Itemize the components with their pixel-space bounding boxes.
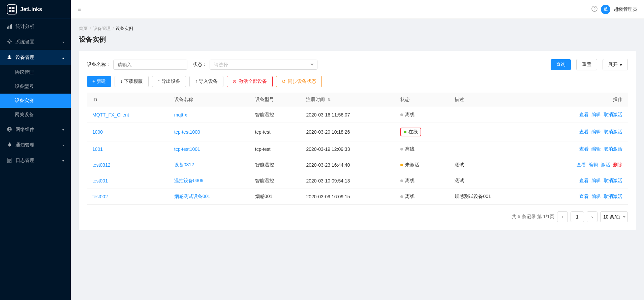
- action-查看-5[interactable]: 查看: [579, 194, 589, 200]
- notification-chevron: ▾: [62, 143, 64, 147]
- link-name-5[interactable]: 烟感测试设备001: [174, 194, 210, 199]
- activate-all-button[interactable]: ⊙ 激活全部设备: [227, 76, 273, 87]
- link-id-2[interactable]: 1001: [92, 146, 103, 152]
- pagination-page-input[interactable]: [571, 211, 584, 222]
- cell-time-5: 2020-03-09 16:09:15: [301, 189, 395, 205]
- cell-id-4: test001: [87, 173, 169, 189]
- sync-status-button[interactable]: ↺ 同步设备状态: [276, 76, 322, 87]
- status-dot-1: [404, 131, 406, 133]
- action-编辑-2[interactable]: 编辑: [591, 146, 601, 152]
- link-id-0[interactable]: MQTT_FX_Client: [92, 112, 129, 118]
- action-取消激活-5[interactable]: 取消激活: [604, 194, 622, 200]
- action-查看-4[interactable]: 查看: [579, 178, 589, 184]
- sidebar: JetLinks 统计分析 系统设置 ▾ 设备管理 ▴ 协议管理: [0, 0, 71, 300]
- device-name-input[interactable]: [113, 60, 187, 70]
- cell-id-5: test002: [87, 189, 169, 205]
- pagination-next[interactable]: ›: [587, 211, 597, 222]
- action-编辑-5[interactable]: 编辑: [591, 194, 601, 200]
- action-编辑-3[interactable]: 编辑: [589, 162, 598, 168]
- sidebar-item-statistics[interactable]: 统计分析: [0, 19, 71, 34]
- sidebar-subitem-device-type[interactable]: 设备型号: [0, 79, 71, 94]
- new-button[interactable]: + 新建: [87, 76, 111, 87]
- breadcrumb: 首页 / 设备管理 / 设备实例: [79, 26, 636, 32]
- action-取消激活-4[interactable]: 取消激活: [604, 178, 622, 184]
- per-page-select[interactable]: 10 条/页 20 条/页 50 条/页: [600, 211, 628, 222]
- action-取消激活-1[interactable]: 取消激活: [604, 129, 622, 135]
- col-name: 设备名称: [169, 93, 250, 107]
- action-取消激活-2[interactable]: 取消激活: [604, 146, 622, 152]
- notification-icon: [7, 142, 12, 148]
- breadcrumb-sep-2: /: [113, 26, 114, 31]
- col-status: 状态: [395, 93, 450, 107]
- svg-rect-1: [12, 7, 14, 9]
- link-id-1[interactable]: 1000: [92, 129, 103, 135]
- sidebar-item-device-management[interactable]: 设备管理 ▴: [0, 50, 71, 65]
- sidebar-subitem-device-instance[interactable]: 设备实例: [0, 94, 71, 108]
- action-links-2: 查看编辑取消激活: [536, 146, 622, 152]
- table-row: test0312设备0312智能温控2020-03-23 16:44:40未激活…: [87, 157, 628, 173]
- svg-rect-2: [9, 10, 11, 12]
- cell-type-0: 智能温控: [250, 107, 301, 123]
- expand-button[interactable]: 展开 ▾: [603, 59, 628, 70]
- log-icon: [7, 158, 12, 164]
- pagination: 共 6 条记录 第 1/1页 ‹ › 10 条/页 20 条/页 50 条/页: [87, 211, 628, 222]
- cell-name-2: tcp-test1001: [169, 141, 250, 157]
- reset-button[interactable]: 重置: [576, 59, 597, 70]
- action-查看-1[interactable]: 查看: [579, 129, 589, 135]
- link-name-4[interactable]: 温控设备0309: [174, 178, 204, 183]
- sort-icon: ⇅: [328, 98, 331, 102]
- col-actions: 操作: [530, 93, 628, 107]
- sidebar-item-notification[interactable]: 通知管理 ▾: [0, 137, 71, 153]
- action-查看-3[interactable]: 查看: [577, 162, 586, 168]
- action-激活-3[interactable]: 激活: [601, 162, 610, 168]
- breadcrumb-home[interactable]: 首页: [79, 26, 88, 32]
- link-id-4[interactable]: test001: [92, 178, 108, 184]
- cell-id-0: MQTT_FX_Client: [87, 107, 169, 123]
- sidebar-subitem-gateway[interactable]: 网关设备: [0, 108, 71, 122]
- sidebar-item-notification-label: 通知管理: [16, 142, 34, 148]
- action-查看-0[interactable]: 查看: [579, 112, 589, 118]
- status-select[interactable]: 请选择 在线 离线 未激活: [210, 60, 317, 70]
- action-编辑-0[interactable]: 编辑: [591, 112, 601, 118]
- sync-status-icon: ↺: [282, 79, 286, 84]
- action-取消激活-0[interactable]: 取消激活: [604, 112, 622, 118]
- sidebar-item-network[interactable]: 网络组件 ▾: [0, 122, 71, 137]
- sidebar-item-log[interactable]: 日志管理 ▾: [0, 153, 71, 168]
- activate-all-icon: ⊙: [233, 79, 237, 84]
- link-id-3[interactable]: test0312: [92, 162, 111, 168]
- network-icon: [7, 127, 12, 133]
- download-template-button[interactable]: ↓ 下载模版: [115, 76, 149, 87]
- col-id: ID: [87, 93, 169, 107]
- action-编辑-1[interactable]: 编辑: [591, 129, 601, 135]
- link-name-2[interactable]: tcp-test1001: [174, 146, 200, 152]
- help-icon[interactable]: ?: [591, 6, 597, 13]
- cell-actions-4: 查看编辑取消激活: [530, 173, 628, 189]
- sidebar-item-system-settings[interactable]: 系统设置 ▾: [0, 34, 71, 50]
- export-device-button[interactable]: ↑ 导出设备: [152, 76, 186, 87]
- device-management-icon: [7, 55, 12, 61]
- breadcrumb-parent[interactable]: 设备管理: [93, 26, 111, 32]
- menu-toggle-icon[interactable]: ≡: [78, 6, 81, 13]
- sidebar-item-log-label: 日志管理: [16, 158, 34, 164]
- link-name-1[interactable]: tcp-test1000: [174, 129, 200, 135]
- log-chevron: ▾: [62, 159, 64, 163]
- pagination-prev[interactable]: ‹: [557, 211, 568, 222]
- cell-status-4: 离线: [395, 173, 450, 189]
- link-name-0[interactable]: mqttfx: [174, 112, 187, 118]
- action-编辑-4[interactable]: 编辑: [591, 178, 601, 184]
- sidebar-subitem-protocol[interactable]: 协议管理: [0, 65, 71, 79]
- network-chevron: ▾: [62, 128, 64, 132]
- cell-status-2: 离线: [395, 141, 450, 157]
- action-查看-2[interactable]: 查看: [579, 146, 589, 152]
- cell-actions-5: 查看编辑取消激活: [530, 189, 628, 205]
- query-button[interactable]: 查询: [551, 59, 571, 70]
- link-name-3[interactable]: 设备0312: [174, 162, 194, 167]
- status-dot-4: [400, 179, 403, 182]
- cell-time-3: 2020-03-23 16:44:40: [301, 157, 395, 173]
- col-reg-time[interactable]: 注册时间 ⇅: [301, 93, 395, 107]
- cell-desc-1: [449, 123, 530, 141]
- table-header: ID 设备名称 设备型号 注册时间 ⇅ 状态 描述 操作: [87, 93, 628, 107]
- import-device-button[interactable]: ↑ 导入设备: [189, 76, 223, 87]
- link-id-5[interactable]: test002: [92, 194, 108, 199]
- action-删除-3[interactable]: 删除: [613, 162, 622, 168]
